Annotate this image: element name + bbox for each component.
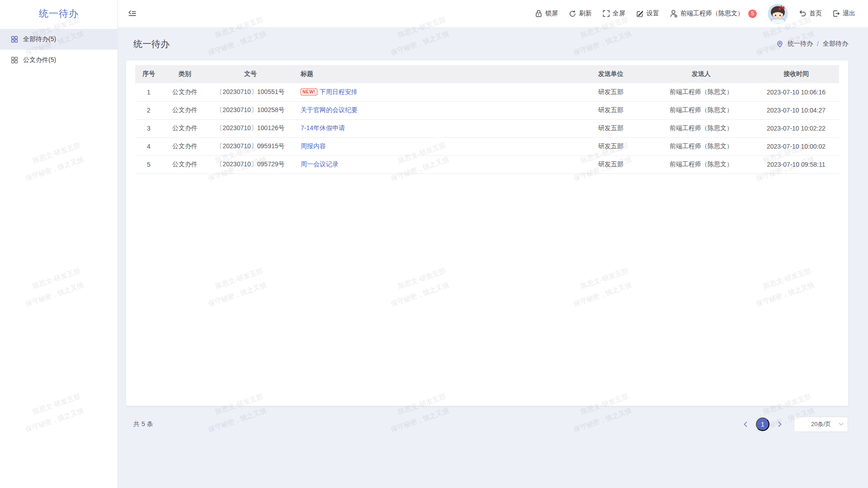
settings-icon (636, 10, 644, 18)
cell-sender: 前端工程师（陈思文） (649, 83, 753, 101)
app-logo: 统一待办 (0, 0, 118, 27)
sidebar-item-official-docs[interactable]: 公文办件(5) (0, 50, 118, 70)
logout-icon (833, 10, 840, 17)
todo-count-badge: 5 (748, 9, 757, 18)
page-header: 统一待办 统一待办 / 全部待办 (126, 27, 848, 61)
menu-fold-icon[interactable] (128, 10, 137, 17)
cell-doc-no: 〔20230710〕095915号 (208, 137, 293, 155)
sidebar-item-all-todo[interactable]: 全部待办(5) (0, 29, 118, 50)
cell-sender: 前端工程师（陈思文） (649, 119, 753, 137)
fullscreen-button[interactable]: 全屏 (603, 9, 625, 18)
main-area: 锁屏 刷新 (118, 0, 868, 488)
breadcrumb-item-second[interactable]: 全部待办 (823, 40, 848, 48)
pager: 1 20条/页 (740, 417, 848, 432)
cell-no: 4 (135, 137, 162, 155)
table-row: 5公文办件〔20230710〕095729号周一会议记录研发五部前端工程师（陈思… (135, 155, 839, 174)
chevron-right-icon (777, 421, 783, 427)
avatar[interactable] (768, 4, 788, 24)
cell-category: 公文办件 (162, 137, 208, 155)
top-header: 锁屏 刷新 (118, 0, 868, 27)
cell-category: 公文办件 (162, 119, 208, 137)
table-body: 1公文办件〔20230710〕100551号NEW!下周日程安排研发五部前端工程… (135, 83, 839, 174)
page-title: 统一待办 (133, 38, 170, 50)
refresh-label: 刷新 (579, 9, 592, 18)
home-button[interactable]: 首页 (799, 9, 822, 18)
table-row: 2公文办件〔20230710〕100258号关于官网的会议纪要研发五部前端工程师… (135, 101, 839, 119)
pagination-bar: 共 5 条 1 (126, 417, 848, 432)
header-actions: 锁屏 刷新 (535, 4, 855, 24)
lock-screen-label: 锁屏 (545, 9, 558, 18)
document-title-link[interactable]: 周报内容 (301, 142, 326, 150)
cell-category: 公文办件 (162, 155, 208, 174)
cell-doc-no: 〔20230710〕100126号 (208, 119, 293, 137)
user-name-label: 前端工程师（陈思文） (680, 9, 744, 18)
cell-no: 2 (135, 101, 162, 119)
user-menu[interactable]: 前端工程师（陈思文） 5 (670, 9, 757, 18)
cell-unit: 研发五部 (572, 119, 649, 137)
logout-label: 退出 (843, 9, 855, 18)
cell-no: 5 (135, 155, 162, 174)
table-row: 4公文办件〔20230710〕095915号周报内容研发五部前端工程师（陈思文）… (135, 137, 839, 155)
document-title-link[interactable]: 关于官网的会议纪要 (301, 106, 358, 113)
cell-time: 2023-07-10 10:02:22 (753, 119, 839, 137)
cell-unit: 研发五部 (572, 137, 649, 155)
refresh-button[interactable]: 刷新 (569, 9, 592, 18)
cell-doc-no: 〔20230710〕100258号 (208, 101, 293, 119)
cell-title: 周报内容 (293, 137, 572, 155)
breadcrumb-item-first[interactable]: 统一待办 (788, 40, 813, 48)
lock-screen-button[interactable]: 锁屏 (535, 9, 558, 18)
chevron-down-icon (839, 422, 844, 426)
cell-time: 2023-07-10 10:06:16 (753, 83, 839, 101)
table-row: 1公文办件〔20230710〕100551号NEW!下周日程安排研发五部前端工程… (135, 83, 839, 101)
cell-title: 周一会议记录 (293, 155, 572, 174)
cell-title: 关于官网的会议纪要 (293, 101, 572, 119)
sidebar: 统一待办 全部待办(5) 公文办件(5) (0, 0, 118, 488)
column-header-unit: 发送单位 (572, 65, 649, 83)
cell-category: 公文办件 (162, 83, 208, 101)
settings-button[interactable]: 设置 (636, 9, 659, 18)
user-icon (670, 9, 678, 18)
prev-page-button[interactable] (740, 418, 751, 430)
cell-doc-no: 〔20230710〕100551号 (208, 83, 293, 101)
back-home-icon (799, 10, 807, 18)
cell-sender: 前端工程师（陈思文） (649, 137, 753, 155)
document-title-link[interactable]: 下周日程安排 (320, 88, 358, 95)
cell-unit: 研发五部 (572, 101, 649, 119)
location-pin-icon (776, 40, 783, 47)
table-row: 3公文办件〔20230710〕100126号7-14年休假申请研发五部前端工程师… (135, 119, 839, 137)
cell-unit: 研发五部 (572, 155, 649, 174)
breadcrumb-separator: / (817, 40, 819, 47)
cell-unit: 研发五部 (572, 83, 649, 101)
content-area: 统一待办 统一待办 / 全部待办 (118, 27, 868, 488)
cell-sender: 前端工程师（陈思文） (649, 101, 753, 119)
grid-icon (11, 36, 18, 43)
cell-sender: 前端工程师（陈思文） (649, 155, 753, 174)
logout-button[interactable]: 退出 (833, 9, 855, 18)
sidebar-item-label: 公文办件(5) (23, 56, 56, 64)
column-header-category: 类别 (162, 65, 208, 83)
grid-icon (11, 56, 18, 64)
chevron-left-icon (743, 421, 748, 427)
page-size-select[interactable]: 20条/页 (794, 417, 848, 432)
document-title-link[interactable]: 7-14年休假申请 (301, 124, 345, 131)
column-header-no: 序号 (135, 65, 162, 83)
cell-time: 2023-07-10 09:58:11 (753, 155, 839, 174)
page-size-value: 20条/页 (811, 420, 831, 428)
cell-category: 公文办件 (162, 101, 208, 119)
cell-time: 2023-07-10 10:00:02 (753, 137, 839, 155)
todo-table: 序号 类别 文号 标题 发送单位 发送人 接收时间 1公文办件〔20230710… (135, 65, 839, 174)
table-header: 序号 类别 文号 标题 发送单位 发送人 接收时间 (135, 65, 839, 83)
cell-title: 7-14年休假申请 (293, 119, 572, 137)
fullscreen-icon (603, 10, 610, 17)
page-number-button[interactable]: 1 (756, 418, 769, 431)
next-page-button[interactable] (774, 418, 786, 430)
total-count-label: 共 5 条 (133, 420, 153, 428)
document-title-link[interactable]: 周一会议记录 (301, 160, 339, 168)
breadcrumb: 统一待办 / 全部待办 (776, 40, 848, 48)
app-root: 统一待办 全部待办(5) 公文办件(5) (0, 0, 868, 488)
cell-time: 2023-07-10 10:04:27 (753, 101, 839, 119)
settings-label: 设置 (646, 9, 659, 18)
lock-icon (535, 9, 542, 18)
fullscreen-label: 全屏 (613, 9, 625, 18)
sidebar-item-label: 全部待办(5) (23, 35, 56, 43)
